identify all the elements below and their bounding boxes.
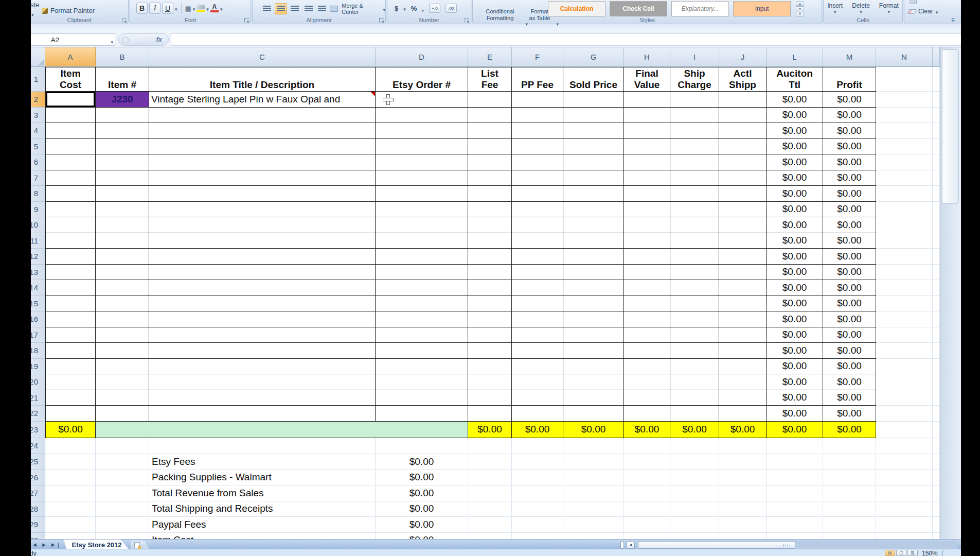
normal-view-icon[interactable]: ▤	[885, 550, 895, 556]
increase-decimal-button[interactable]: +.0	[429, 4, 440, 13]
summary-value-29[interactable]: $0.00	[376, 517, 468, 533]
cell-I24[interactable]	[670, 438, 719, 455]
cell-E20[interactable]	[468, 374, 512, 390]
currency-dropdown-icon[interactable]	[403, 4, 406, 13]
cell-B4[interactable]	[96, 123, 149, 139]
cell-I5[interactable]	[670, 139, 719, 155]
cell-E18[interactable]	[468, 343, 512, 359]
cell-C20[interactable]	[149, 374, 376, 390]
cell-L5[interactable]: $0.00	[767, 139, 823, 155]
cell-I19[interactable]	[670, 359, 719, 375]
cell-F4[interactable]	[512, 123, 563, 139]
cell-B22[interactable]	[96, 406, 149, 422]
formula-input[interactable]	[171, 33, 973, 46]
cell-I4[interactable]	[670, 123, 719, 139]
cell-H20[interactable]	[624, 374, 670, 390]
cell-F8[interactable]	[512, 186, 563, 202]
column-header-M[interactable]: M	[823, 47, 876, 67]
cell-M14[interactable]: $0.00	[823, 280, 876, 296]
cell-B8[interactable]	[96, 186, 149, 202]
cell-E15[interactable]	[468, 296, 512, 312]
cell-A12[interactable]	[45, 249, 96, 265]
cell-F2[interactable]	[512, 92, 563, 108]
cell-G14[interactable]	[563, 280, 624, 296]
cell-D21[interactable]	[376, 390, 468, 406]
cell-N5[interactable]	[876, 139, 933, 155]
cell-J19[interactable]	[719, 359, 767, 375]
column-header-J[interactable]: J	[719, 47, 767, 67]
style-gallery-calculation[interactable]: Calculation	[548, 1, 605, 16]
cell-B24[interactable]	[96, 438, 149, 455]
cell-M5[interactable]: $0.00	[823, 139, 876, 155]
cell-L13[interactable]: $0.00	[767, 265, 823, 281]
cell-G21[interactable]	[563, 390, 624, 406]
cell-N15[interactable]	[876, 296, 933, 312]
cell-A8[interactable]	[45, 186, 96, 202]
align-center-button[interactable]	[275, 3, 287, 14]
cell-C14[interactable]	[149, 280, 376, 296]
cell-J25[interactable]	[719, 454, 767, 470]
cell-H28[interactable]	[624, 501, 670, 517]
cell-L6[interactable]: $0.00	[767, 154, 823, 170]
cell-A2[interactable]	[45, 92, 96, 108]
cell-J10[interactable]	[719, 217, 767, 233]
cell-M23[interactable]: $0.00	[823, 422, 876, 438]
cell-G24[interactable]	[563, 438, 624, 455]
fill-button-partial-icon[interactable]	[910, 0, 917, 4]
cell-G5[interactable]	[563, 139, 624, 155]
cell-A25[interactable]	[45, 454, 96, 470]
cell-H12[interactable]	[624, 249, 670, 265]
cell-B23-D23-green-span[interactable]	[96, 422, 468, 438]
delete-dropdown-icon[interactable]	[852, 9, 870, 14]
cell-J18[interactable]	[719, 343, 767, 359]
cell-J24[interactable]	[719, 438, 767, 455]
cell-B15[interactable]	[96, 296, 149, 312]
cell-F26[interactable]	[512, 470, 563, 486]
cell-F17[interactable]	[512, 327, 563, 343]
number-dialog-launcher[interactable]	[465, 18, 469, 23]
column-header-A[interactable]: A	[45, 47, 96, 67]
cell-E16[interactable]	[468, 311, 512, 327]
cell-C18[interactable]	[149, 343, 376, 359]
cell-B16[interactable]	[96, 311, 149, 327]
summary-value-25[interactable]: $0.00	[376, 454, 468, 470]
column-header-B[interactable]: B	[96, 47, 149, 67]
cell-H30[interactable]	[624, 533, 670, 540]
vertical-scrollbar-thumb[interactable]	[942, 49, 959, 204]
decrease-indent-button[interactable]	[302, 3, 315, 14]
cell-E25[interactable]	[468, 454, 512, 470]
header-cell-J[interactable]: Actl Shipp	[719, 67, 767, 92]
header-cell-D[interactable]: Etsy Order #	[376, 67, 468, 92]
cell-A11[interactable]	[45, 233, 96, 249]
cell-G29[interactable]	[563, 517, 624, 533]
cell-A21[interactable]	[45, 390, 96, 406]
insert-cells-button[interactable]: Insert	[827, 2, 843, 14]
cell-I27[interactable]	[670, 485, 719, 501]
cell-A30[interactable]	[45, 533, 96, 540]
header-cell-F[interactable]: PP Fee	[512, 67, 563, 92]
cell-M25[interactable]	[823, 454, 876, 470]
cell-N16[interactable]	[876, 311, 933, 327]
cell-A26[interactable]	[45, 470, 96, 486]
cell-J20[interactable]	[719, 374, 767, 390]
summary-label-30[interactable]: Item Cost	[149, 533, 376, 540]
cell-F22[interactable]	[512, 406, 563, 422]
cell-H3[interactable]	[624, 108, 670, 124]
cell-N20[interactable]	[876, 374, 933, 390]
header-cell-L[interactable]: Auciton Ttl	[767, 67, 823, 92]
cell-F16[interactable]	[512, 311, 563, 327]
format-dropdown-icon[interactable]	[879, 9, 899, 14]
cell-E8[interactable]	[468, 186, 512, 202]
cell-M27[interactable]	[823, 485, 876, 501]
cell-I16[interactable]	[670, 311, 719, 327]
cell-M28[interactable]	[823, 501, 876, 517]
cell-C15[interactable]	[149, 296, 376, 312]
cell-L19[interactable]: $0.00	[767, 359, 823, 375]
cell-L8[interactable]: $0.00	[767, 186, 823, 202]
cell-N19[interactable]	[876, 359, 933, 375]
page-break-view-icon[interactable]: ▥	[907, 550, 918, 556]
cell-M26[interactable]	[823, 470, 876, 486]
currency-format-button[interactable]: $	[395, 5, 398, 12]
cell-M7[interactable]: $0.00	[823, 170, 876, 186]
cell-I22[interactable]	[670, 406, 719, 422]
